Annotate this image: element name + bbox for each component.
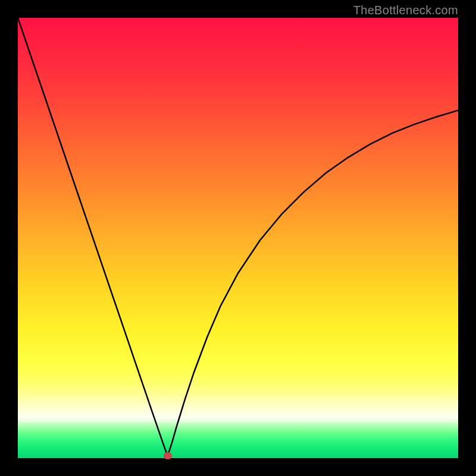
- plot-area: [18, 18, 458, 458]
- bottleneck-curve: [18, 18, 458, 458]
- optimal-point-marker: [164, 452, 172, 459]
- watermark-text: TheBottleneck.com: [353, 4, 458, 17]
- chart-container: TheBottleneck.com: [0, 0, 476, 476]
